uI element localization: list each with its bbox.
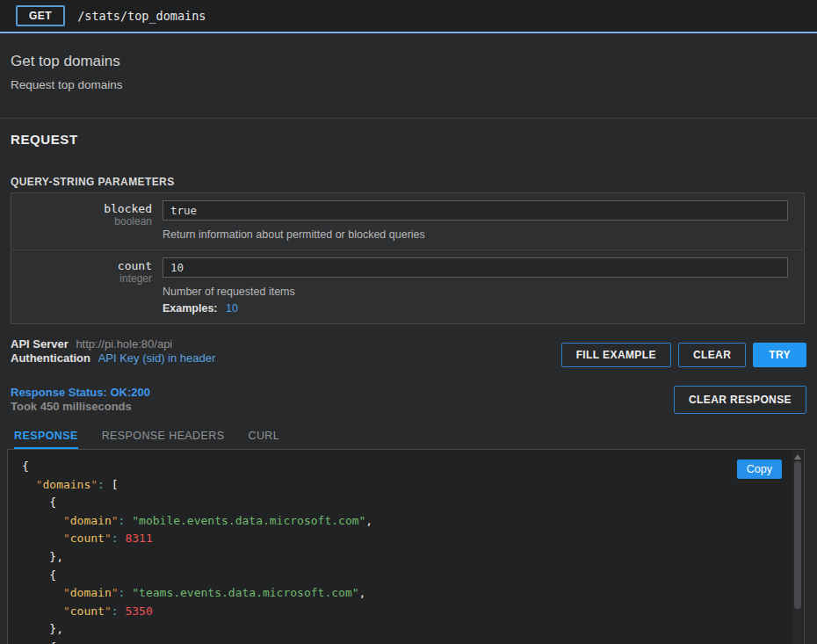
param-row-blocked: blocked boolean Return information about… [11,193,804,250]
json-line: { [22,567,804,585]
json-line: { [22,494,804,512]
tab-curl[interactable]: CURL [248,430,279,449]
endpoint-description: Request top domains [11,78,806,91]
try-button[interactable]: TRY [753,343,806,367]
json-line: "count": 5350 [22,603,804,621]
json-line: }, [22,548,804,567]
server-info: API Server http://pi.hole:80/api Authent… [11,337,215,367]
authentication-link[interactable]: API Key (sid) in header [98,351,216,365]
param-examples: Examples: 10 [163,302,788,315]
api-server-label: API Server [11,337,69,351]
examples-label: Examples: [163,302,218,315]
param-input-count[interactable] [163,257,788,278]
param-type: integer [11,272,152,286]
examples-value[interactable]: 10 [226,302,238,315]
authentication-label: Authentication [11,351,90,365]
json-line: "domain": "mobile.events.data.microsoft.… [22,512,804,531]
param-name: count [11,259,152,272]
scroll-up-icon[interactable] [794,454,801,459]
scrollbar-thumb[interactable] [794,461,801,609]
param-input-blocked[interactable] [163,200,788,221]
endpoint-title: Get top domains [11,53,806,70]
response-status-text: Response Status: OK:200 [11,386,150,400]
json-line: { [22,458,804,476]
param-description: Return information about permitted or bl… [163,228,788,241]
response-body-panel: { "domains": [ { "domain": "mobile.event… [7,449,805,644]
json-line: "count": 8311 [22,530,804,548]
query-params-title: QUERY-STRING PARAMETERS [11,176,806,188]
tab-response-headers[interactable]: RESPONSE HEADERS [102,430,225,449]
param-name: blocked [11,202,152,215]
response-scrollbar[interactable] [792,451,803,644]
http-method-button[interactable]: GET [16,5,65,26]
response-json: { "domains": [ { "domain": "mobile.event… [8,450,804,644]
query-params-table: blocked boolean Return information about… [11,192,805,324]
param-description: Number of requested items [163,286,788,298]
api-server-url: http://pi.hole:80/api [76,337,172,351]
json-line: "domains": [ [22,476,804,495]
json-line: }, [22,620,804,639]
json-line: { [22,639,804,644]
response-status-block: Response Status: OK:200 Took 450 millise… [11,386,150,414]
param-label-blocked: blocked boolean [11,200,152,241]
section-divider [0,118,817,119]
clear-response-button[interactable]: CLEAR RESPONSE [674,386,806,414]
endpoint-summary: Get top domains Request top domains [0,33,817,118]
endpoint-bar: GET /stats/top_domains [0,0,817,33]
response-tabs: RESPONSE RESPONSE HEADERS CURL [11,430,806,449]
copy-button[interactable]: Copy [737,459,782,479]
response-took-text: Took 450 milliseconds [11,400,150,414]
clear-button[interactable]: CLEAR [678,343,746,367]
endpoint-path: /stats/top_domains [77,9,206,23]
request-section-title: REQUEST [11,132,806,147]
fill-example-button[interactable]: FILL EXAMPLE [561,343,671,367]
param-row-count: count integer Number of requested items … [11,250,804,323]
param-type: boolean [11,215,152,228]
param-label-count: count integer [11,257,152,315]
tab-response[interactable]: RESPONSE [14,430,78,449]
json-line: "domain": "teams.events.data.microsoft.c… [22,584,804,603]
